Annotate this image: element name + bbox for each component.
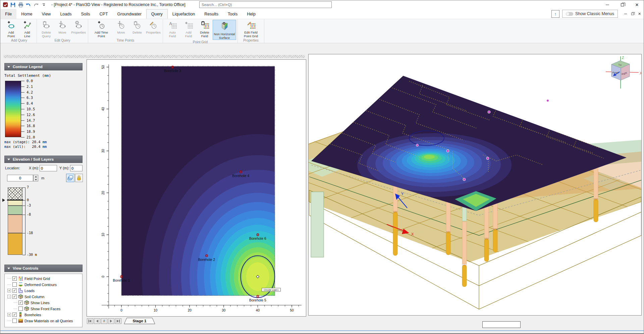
x-tick-label: 50 — [290, 309, 294, 312]
tab-groundwater[interactable]: Groundwater — [113, 9, 146, 19]
mdi-minimize-button[interactable] — [623, 11, 628, 17]
checkbox-checked[interactable]: ✓ — [12, 313, 17, 317]
view-controls-header[interactable]: View Controls — [4, 265, 83, 272]
mdi-close-button[interactable]: ✕ — [637, 11, 642, 17]
x-coord-field[interactable] — [40, 165, 57, 171]
tab-home[interactable]: Home — [16, 9, 37, 19]
lock-elevation-button[interactable] — [75, 174, 83, 182]
ribbon-group-properties: Edit Field Point GridProperties — [238, 19, 264, 43]
tree-item-show-front-faces[interactable]: Show Front Faces — [13, 306, 60, 311]
view-3d[interactable]: Y X Z X Top Front Right — [308, 54, 642, 316]
checkbox-unchecked[interactable] — [12, 319, 17, 323]
minimize-button[interactable] — [600, 0, 615, 9]
add-time-point-button[interactable]: Add Time Point — [90, 20, 113, 38]
borehole-label: Borehole 3 — [164, 69, 181, 73]
mdi-restore-button[interactable] — [630, 11, 635, 17]
checkbox-checked[interactable]: ✓ — [12, 276, 17, 281]
pile — [462, 195, 467, 287]
tab-file[interactable]: File — [0, 9, 16, 19]
tree-item-loads[interactable]: +✓Loads — [7, 288, 35, 293]
soil-column-icon — [24, 306, 29, 311]
stage-number-button[interactable]: # — [101, 318, 107, 324]
soil-depth-scale — [25, 187, 25, 255]
soil-layers-button[interactable] — [66, 174, 74, 182]
restore-button[interactable] — [615, 0, 630, 9]
close-button[interactable]: ✕ — [630, 0, 644, 9]
ribbon-button-label: Delete Field — [200, 31, 209, 38]
search-input[interactable] — [199, 1, 332, 8]
dock-grip[interactable] — [4, 55, 305, 58]
expand-icon[interactable]: + — [7, 313, 11, 317]
tree-item-boreholes[interactable]: +✓Boreholes — [7, 312, 41, 317]
edit-field-point-grid-button[interactable]: Edit Field Point Grid — [239, 20, 263, 38]
customize-toolbar-icon[interactable] — [41, 2, 47, 8]
stage-tab[interactable]: Stage 1 — [123, 318, 156, 324]
checkbox-unchecked[interactable] — [12, 282, 17, 287]
elevation-panel-header[interactable]: Elevation / Soil Layers — [4, 156, 83, 163]
tree-item-soil-column[interactable]: -✓Soil Column — [7, 294, 44, 299]
next-stage-button[interactable] — [108, 318, 114, 324]
save-icon[interactable] — [10, 2, 16, 8]
delete-field-button[interactable]: Delete Field — [197, 20, 213, 40]
legend-gradient — [5, 81, 21, 137]
x-tick-label: 20 — [188, 309, 192, 312]
tab-help[interactable]: Help — [242, 9, 260, 19]
y-axis-label: Y — [401, 192, 404, 196]
add-point-button[interactable]: Add Point — [3, 20, 19, 38]
add-line-button[interactable]: Add Line — [19, 20, 35, 38]
tab-soils[interactable]: Soils — [76, 9, 95, 19]
tab-results[interactable]: Results — [200, 9, 223, 19]
elevation-panel-title: Elevation / Soil Layers — [13, 157, 54, 161]
orientation-cube[interactable]: Z X Top Front Right — [606, 56, 641, 89]
checkbox-unchecked[interactable] — [18, 307, 23, 311]
svg-text:Z: Z — [622, 56, 624, 60]
checkbox-checked[interactable]: ✓ — [18, 300, 23, 305]
plan-view-2d[interactable]: 0102030405001020304050Circular Load 1Bor… — [87, 59, 306, 317]
tab-liquefaction[interactable]: Liquefaction — [168, 9, 200, 19]
collapse-icon[interactable]: - — [7, 295, 11, 298]
tab-view[interactable]: View — [37, 9, 56, 19]
delete-query-button[interactable]: Delete Query — [38, 20, 54, 38]
checkbox-checked[interactable]: ✓ — [12, 288, 17, 293]
tab-query[interactable]: Query — [146, 9, 168, 19]
move-button[interactable]: Move — [113, 20, 129, 38]
move-button[interactable]: Move — [54, 20, 70, 38]
last-stage-button[interactable] — [115, 318, 121, 324]
elevation-field[interactable] — [7, 175, 33, 181]
tree-item-draw-materials-on-all-queries[interactable]: Draw Materials on all Queries — [7, 318, 73, 323]
checkbox-checked[interactable]: ✓ — [12, 294, 17, 299]
properties-button[interactable]: Properties — [145, 20, 161, 38]
legend-max-stage: max (stage): 20.4 mm — [4, 140, 47, 144]
tab-tools[interactable]: Tools — [223, 9, 242, 19]
non-horizontal-surface-icon — [219, 21, 229, 32]
delete-button[interactable]: Delete — [129, 20, 145, 38]
pin-ribbon-icon[interactable]: ↑ — [551, 10, 559, 18]
tree-item-show-lines[interactable]: ✓Show Lines — [13, 300, 50, 305]
app-icon — [2, 2, 8, 8]
print-icon[interactable] — [18, 2, 23, 8]
legend-tick-label: 21.0 — [26, 135, 35, 139]
tab-loads[interactable]: Loads — [55, 9, 76, 19]
tab-cpt[interactable]: CPT — [95, 9, 113, 19]
stepper-up-icon[interactable] — [35, 176, 37, 177]
first-stage-button[interactable] — [87, 318, 93, 324]
auto-field-icon: A — [168, 20, 177, 31]
stepper-down-icon[interactable] — [35, 179, 37, 180]
undo-icon[interactable] — [25, 2, 31, 8]
properties-button[interactable]: Properties — [70, 20, 87, 38]
legend-tick-mark — [21, 126, 24, 126]
non-horizontal-surface-button[interactable]: Non Horizontal Surface — [213, 20, 236, 40]
soil-depth-label: -18 — [27, 231, 33, 235]
pile — [594, 161, 598, 222]
redo-icon[interactable] — [33, 2, 39, 8]
expand-icon[interactable]: + — [7, 289, 11, 292]
prev-stage-button[interactable] — [94, 318, 100, 324]
contour-legend-header[interactable]: Contour Legend — [4, 63, 83, 70]
elevation-stepper[interactable] — [33, 175, 38, 181]
tree-item-field-point-grid[interactable]: ✓Field Point Grid — [7, 276, 50, 281]
tree-item-deformed-contours[interactable]: Deformed Contours — [7, 282, 57, 287]
auto-field-button[interactable]: AAuto Field — [164, 20, 180, 40]
add-field-button[interactable]: Add Field — [180, 20, 197, 40]
y-coord-field[interactable] — [70, 165, 83, 171]
show-classic-menus-toggle[interactable]: Show Classic Menus — [562, 10, 618, 18]
